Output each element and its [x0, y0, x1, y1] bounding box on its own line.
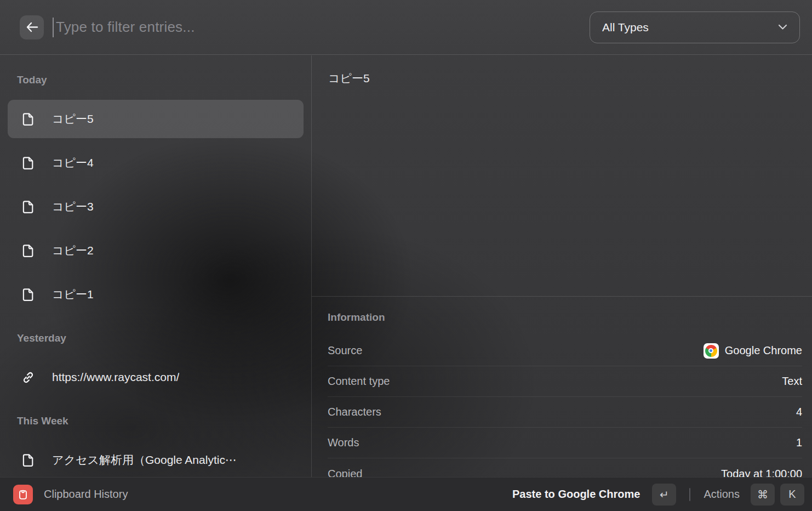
info-row-content-type: Content type Text — [328, 366, 802, 397]
document-icon — [21, 112, 36, 127]
list-item-copy4[interactable]: コピー4 — [8, 144, 304, 182]
document-icon — [21, 243, 36, 258]
section-header-this-week: This Week — [8, 413, 304, 429]
info-value-text: Google Chrome — [725, 344, 802, 357]
list-item-label: コピー1 — [52, 287, 94, 302]
info-value: Google Chrome — [704, 343, 802, 359]
information-title: Information — [328, 310, 802, 325]
link-icon — [21, 370, 36, 385]
app-name: Clipboard History — [44, 488, 128, 501]
list-item-label: コピー4 — [52, 155, 94, 171]
clipboard-app-icon — [13, 485, 33, 504]
actions-button[interactable]: Actions — [704, 488, 740, 501]
info-label: Content type — [328, 375, 390, 388]
information-section: Information Source Google Chrome Content… — [312, 297, 812, 477]
preview-pane: コピー5 — [312, 55, 812, 297]
list-item-copy5[interactable]: コピー5 — [8, 100, 304, 138]
statusbar-right: Paste to Google Chrome ↵ Actions ⌘ K — [512, 484, 804, 506]
return-key[interactable]: ↵ — [652, 484, 676, 506]
chevron-down-icon — [778, 24, 787, 30]
info-label: Characters — [328, 406, 381, 418]
info-value: 1 — [796, 436, 802, 449]
info-label: Source — [328, 344, 362, 357]
type-filter-dropdown[interactable]: All Types — [590, 12, 800, 43]
text-caret — [53, 18, 54, 37]
paste-action-label[interactable]: Paste to Google Chrome — [512, 488, 640, 501]
document-icon — [21, 287, 36, 302]
list-item-label: コピー3 — [52, 199, 94, 214]
statusbar-divider — [689, 488, 690, 501]
info-row-words: Words 1 — [328, 428, 802, 458]
back-button[interactable] — [20, 15, 44, 39]
list-item-copy3[interactable]: コピー3 — [8, 188, 304, 226]
entry-list: Today コピー5 コピー4 — [0, 55, 312, 477]
info-label: Copied — [328, 468, 362, 478]
info-label: Words — [328, 436, 359, 449]
list-item-label: アクセス解析用（Google Analytic⋯ — [52, 452, 237, 468]
list-item-copy1[interactable]: コピー1 — [8, 275, 304, 314]
statusbar: Clipboard History Paste to Google Chrome… — [0, 477, 812, 511]
k-key[interactable]: K — [780, 484, 804, 506]
topbar: Type to filter entries... All Types — [0, 0, 812, 55]
info-row-copied: Copied Today at 1:00:00 — [328, 458, 802, 477]
list-item-label: コピー2 — [52, 243, 94, 258]
list-item-copy2[interactable]: コピー2 — [8, 231, 304, 270]
cmd-key[interactable]: ⌘ — [751, 484, 775, 506]
type-filter-value: All Types — [602, 21, 649, 34]
section-header-today: Today — [8, 72, 304, 88]
search-placeholder: Type to filter entries... — [56, 19, 195, 36]
document-icon — [21, 453, 36, 468]
info-row-source: Source Google Chrome — [328, 336, 802, 366]
list-item-access-analytics[interactable]: アクセス解析用（Google Analytic⋯ — [8, 441, 304, 477]
list-item-label: https://www.raycast.com/ — [52, 371, 179, 384]
detail-panel: コピー5 Information Source Google Chrome Co… — [312, 55, 812, 477]
main-area: Today コピー5 コピー4 — [0, 55, 812, 477]
arrow-left-icon — [26, 22, 38, 32]
information-rows: Source Google Chrome Content type Text C… — [328, 336, 802, 477]
statusbar-left: Clipboard History — [13, 485, 128, 504]
info-value: Text — [782, 375, 802, 388]
search-input[interactable]: Type to filter entries... — [53, 0, 590, 54]
google-chrome-icon — [704, 343, 719, 359]
list-item-raycast-url[interactable]: https://www.raycast.com/ — [8, 358, 304, 396]
info-value: 4 — [796, 406, 802, 418]
list-item-label: コピー5 — [52, 111, 94, 127]
document-icon — [21, 200, 36, 214]
document-icon — [21, 156, 36, 171]
section-header-yesterday: Yesterday — [8, 331, 304, 346]
info-row-characters: Characters 4 — [328, 397, 802, 428]
info-value: Today at 1:00:00 — [721, 468, 802, 478]
preview-text: コピー5 — [328, 72, 370, 84]
